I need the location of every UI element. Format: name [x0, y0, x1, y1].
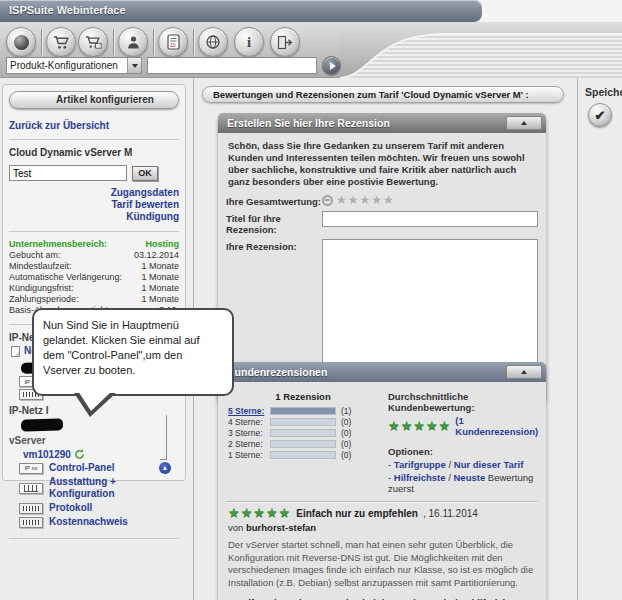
divider [9, 538, 179, 539]
collapse-button[interactable] [506, 116, 542, 130]
distribution-bar [270, 418, 336, 426]
detail-value: 1 Monate [141, 294, 179, 305]
cart-icon [53, 35, 70, 50]
ip-chip-icon [19, 463, 43, 474]
this-tariff-only-link[interactable]: Nur dieser Tarif [454, 459, 524, 470]
four-star-label: 4 Sterne: [228, 417, 270, 427]
swoosh-decor [340, 22, 622, 78]
distribution-bar [270, 440, 336, 448]
review-author: burhorst-stefan [246, 522, 316, 533]
rating-distribution: 1 Rezension 5 Sterne: (1) 4 Sterne: (0) … [228, 390, 378, 494]
detail-label: Unternehmensbereich: [9, 239, 107, 250]
review-count-header: 1 Rezension [228, 391, 378, 402]
detail-value: 1 Monate [141, 283, 179, 294]
configure-article-button[interactable]: Artikel konfigurieren [9, 91, 179, 109]
five-star-link[interactable]: 5 Sterne: [228, 406, 270, 416]
go-button[interactable] [322, 56, 341, 75]
save-button[interactable] [588, 103, 612, 127]
distribution-count: (0) [341, 450, 351, 460]
access-data-link[interactable]: Zugangsdaten [9, 187, 179, 199]
rating-stars-empty-icon[interactable] [336, 194, 395, 206]
back-to-overview-link[interactable]: Zurück zur Übersicht [9, 120, 179, 131]
home-button[interactable] [6, 27, 36, 57]
review-title-input[interactable] [322, 211, 538, 227]
review-body: Der vServer startet schnell, man hat ein… [228, 539, 538, 589]
support-globe-icon [205, 34, 221, 50]
no-rating-icon[interactable] [322, 195, 333, 206]
menu-label: Control-Panel [49, 462, 115, 474]
menu-label: Protokoll [49, 502, 92, 514]
distribution-row: 1 Sterne: (0) [228, 450, 378, 460]
review-date: , 16.11.2014 [423, 508, 478, 519]
distribution-row: 2 Sterne: (0) [228, 439, 378, 449]
cancellation-link[interactable]: Kündigung [9, 211, 179, 223]
sidebar-item-protocol[interactable]: Protokoll [19, 502, 179, 514]
options-label: Optionen: [388, 446, 538, 457]
detail-label: Mindestlaufzeit: [9, 261, 72, 272]
toolbar-separator [193, 29, 194, 55]
distribution-bar [270, 407, 336, 415]
sidebar-panel: Artikel konfigurieren Zurück zur Übersic… [2, 84, 186, 481]
review-form-title: Erstellen Sie hier Ihre Rezension [227, 117, 390, 129]
toolbar-decor [340, 22, 622, 78]
info-icon [247, 33, 251, 51]
vm-link[interactable]: vm101290 [23, 449, 71, 460]
three-star-label: 3 Sterne: [228, 428, 270, 438]
review-form-panel: Erstellen Sie hier Ihre Rezension Schön,… [218, 113, 546, 401]
category-select-value: Produkt-Konfigurationen [7, 60, 127, 71]
info-button[interactable] [234, 27, 264, 57]
sidebar-item-configuration[interactable]: Ausstattung + Konfiguration [19, 476, 179, 500]
review-title-label: Titel für Ihre Rezension: [226, 211, 322, 235]
author-prefix: von [228, 522, 246, 533]
detail-value: 1 Monate [141, 272, 179, 283]
one-star-label: 1 Sterne: [228, 450, 270, 460]
scroll-up-icon[interactable] [159, 462, 171, 474]
page-title: Bewertungen und Rezensionen zum Tarif 'C… [202, 86, 564, 103]
detail-label: Kündigungsfrist: [9, 283, 74, 294]
sidebar-item-cost-statement[interactable]: Kostennachweis [19, 516, 179, 528]
support-button[interactable] [198, 27, 228, 57]
logout-icon [277, 35, 293, 50]
title-bar: ISPSuite Webinterface [0, 0, 622, 22]
product-name-input[interactable] [9, 165, 127, 181]
chevron-down-icon[interactable] [127, 58, 141, 73]
refresh-icon[interactable] [74, 449, 85, 460]
menu-label: Kostennachweis [49, 516, 128, 528]
logout-button[interactable] [270, 27, 300, 57]
product-config-button[interactable] [78, 27, 108, 57]
ok-button[interactable]: OK [132, 166, 158, 181]
most-helpful-link[interactable]: Hilfreichste [394, 472, 446, 483]
account-button[interactable] [118, 27, 148, 57]
review-stars-icon [228, 507, 291, 519]
distribution-bar [270, 429, 336, 437]
svg-text:10: 10 [170, 42, 176, 48]
detail-value: Hosting [146, 239, 180, 250]
review-textarea[interactable] [322, 239, 538, 365]
toolbar-separator [113, 29, 114, 55]
customer-reviews-header: Kundenrezensionen [218, 362, 546, 382]
category-select[interactable]: Produkt-Konfigurationen [6, 57, 142, 74]
barcode-chip-icon [19, 503, 43, 514]
save-label: Speichern [585, 86, 622, 98]
tutorial-tooltip: Nun Sind Sie in Hauptmenü gelandet. Klic… [32, 308, 234, 396]
product-title: Cloud Dynamic vServer M [9, 147, 179, 158]
content-divider-right [577, 78, 578, 600]
search-input[interactable] [147, 57, 317, 74]
rate-tariff-link[interactable]: Tarif bewerten [9, 199, 179, 211]
equalizer-chip-icon [19, 483, 43, 494]
tree-bracket-decor [160, 415, 167, 460]
sidebar-item-control-panel[interactable]: Control-Panel [19, 462, 179, 474]
tooltip-text: Nun Sind Sie in Hauptmenü gelandet. Klic… [43, 319, 200, 376]
cart-button[interactable] [46, 27, 76, 57]
collapse-button[interactable] [506, 365, 542, 379]
invoice-button[interactable]: 10 [158, 27, 188, 57]
detail-row: Gebucht am: 03.12.2014 [9, 250, 179, 261]
distribution-bar [270, 451, 336, 459]
newest-link[interactable]: Neuste [453, 472, 485, 483]
review-title: Einfach nur zu empfehlen [296, 508, 418, 519]
distribution-count: (0) [341, 428, 351, 438]
review-count-link[interactable]: (1 Kundenrezension) [455, 415, 538, 437]
tariff-group-link[interactable]: Tarifgruppe [394, 459, 446, 470]
toolbar-separator [41, 29, 42, 55]
distribution-row: 3 Sterne: (0) [228, 428, 378, 438]
